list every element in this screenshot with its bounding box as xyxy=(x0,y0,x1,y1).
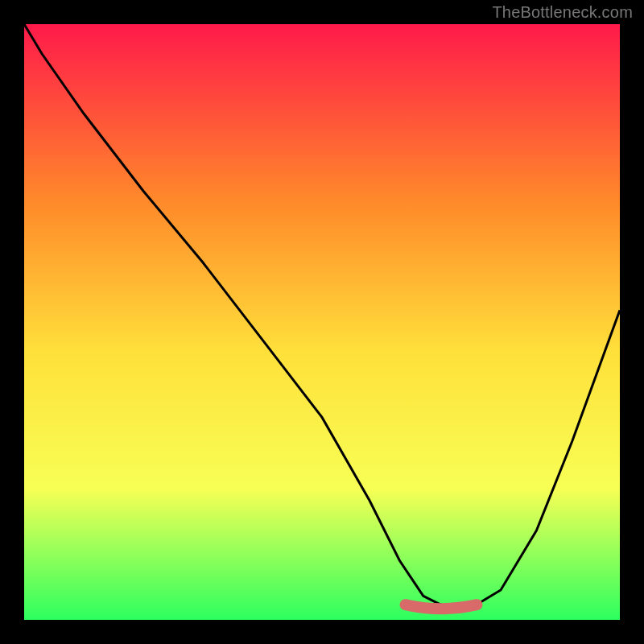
watermark-text: TheBottleneck.com xyxy=(492,3,633,22)
optimal-range-marker xyxy=(406,605,477,609)
bottleneck-chart xyxy=(0,0,644,644)
plot-background xyxy=(24,24,620,620)
chart-frame: { "watermark": "TheBottleneck.com", "col… xyxy=(0,0,644,644)
